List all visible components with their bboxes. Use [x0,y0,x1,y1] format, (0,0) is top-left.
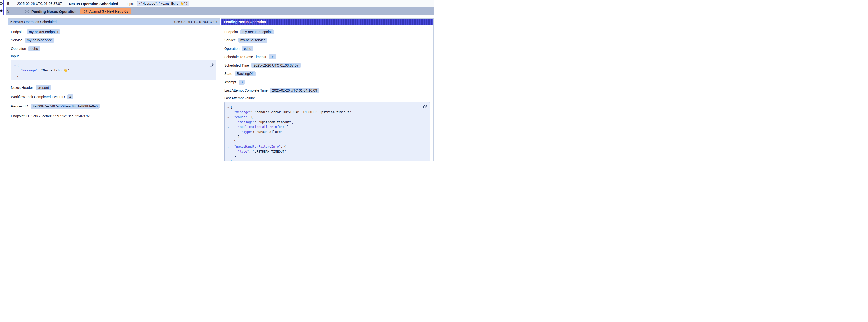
collapse-chevron-icon[interactable]: ⌄ [12,63,17,68]
event-timeline-gutter [0,0,6,17]
field-label: Service [11,38,23,42]
field-endpoint-id: Endpoint ID 3c0c75ccfa8144b092c13ce63246… [11,114,216,119]
field-label: Scheduled Time [224,63,249,67]
retry-refresh-icon [83,10,87,13]
pending-event-id-link[interactable]: 5 [7,9,10,13]
pending-operation-panel: Pending Nexus Operation Endpoint my-nexu… [221,19,434,161]
copy-icon[interactable] [423,104,427,109]
retry-badge-text: Attempt 3 • Next Retry 0s [89,9,128,13]
copy-icon[interactable] [210,62,214,67]
endpoint-value-badge: my-nexus-endpoint [240,29,274,34]
field-label: Workflow Task Completed Event ID [11,95,65,99]
event-rows: 5 2025-02-26 UTC 01:03:37.07 Nexus Opera… [6,0,434,15]
field-scheduled-time: Scheduled Time 2025-02-26 UTC 01:03:37.0… [224,63,430,68]
attempt-value-badge: 3 [239,79,245,85]
retry-attempt-badge: Attempt 3 • Next Retry 0s [81,8,131,14]
field-label: Operation [11,46,26,51]
field-label: Request ID [11,104,28,108]
field-operation: Operation echo [224,46,430,51]
field-service: Service my-hello-service [11,37,216,43]
schedule-to-close-value-badge: 0s [269,55,276,59]
scheduled-panel-body: Endpoint my-nexus-endpoint Service my-he… [8,25,220,119]
field-label: Nexus Header [11,86,33,90]
service-value-badge: my-hello-service [238,38,268,43]
field-endpoint: Endpoint my-nexus-endpoint [11,29,216,34]
json-line: "type": "NexusFailure" [226,129,420,134]
field-request-id: Request ID 3e829b7e-7d67-4b08-aad3-b1e86… [11,103,216,109]
pending-panel-header: Pending Nexus Operation [221,19,433,25]
json-line: } [226,159,420,161]
input-section-label: Input [11,54,216,58]
event-row-pending-nexus-operation[interactable]: 5 Pending Nexus Operation Attempt 3 • Ne… [6,7,434,15]
json-line: "message": "handler error (UPSTREAM_TIME… [226,110,420,115]
last-attempt-failure-label: Last Attempt Failure [224,96,430,100]
pending-event-title: Pending Nexus Operation [31,9,76,13]
field-label: Last Attempt Complete Time [224,89,268,93]
scheduled-panel-timestamp: 2025-02-26 UTC 01:03:37.07 [173,20,217,24]
json-line: "Message": "Nexus Echo 👋" [12,68,206,73]
timeline-pending-dot-icon [0,9,3,12]
field-label: Service [224,38,236,42]
json-line: }, [226,139,420,144]
json-line: ⌄ { [12,63,206,68]
endpoint-id-link[interactable]: 3c0c75ccfa8144b092c13ce632463761 [31,114,91,118]
collapse-chevron-icon[interactable]: ⌄ [226,115,230,120]
input-json-viewer: ⌄ { "Message": "Nexus Echo 👋" } [11,60,216,80]
json-line: ⌄ "cause": { [226,115,420,120]
event-input-label: Input [127,2,134,6]
json-line: "type": "UPSTREAM_TIMEOUT" [226,149,420,154]
field-state: State BackingOff [224,71,430,76]
json-line: ⌄ "nexusHandlerFailureInfo": { [226,144,420,149]
wtc-event-id-value-badge: 4 [67,94,73,99]
field-schedule-to-close-timeout: Schedule To Close Timeout 0s [224,54,430,59]
pending-panel-title: Pending Nexus Operation [224,20,266,24]
failure-json-viewer: ⌄ { "message": "handler error (UPSTREAM_… [224,102,430,161]
service-value-badge: my-hello-service [25,38,54,43]
event-title: Nexus Operation Scheduled [69,2,118,6]
field-label: Attempt [224,80,236,84]
collapse-chevron-icon[interactable]: ⌄ [226,105,230,110]
field-service: Service my-hello-service [224,37,430,43]
scheduled-event-panel: 5 Nexus Operation Scheduled 2025-02-26 U… [8,19,220,161]
field-label: Schedule To Close Timeout [224,55,266,59]
last-attempt-complete-value-badge: 2025-02-26 UTC 01:04:10.09 [270,88,319,93]
timeline-event-circle-icon [0,2,3,5]
field-attempt: Attempt 3 [224,79,430,85]
field-label: Endpoint ID [11,114,29,118]
event-row-nexus-operation-scheduled[interactable]: 5 2025-02-26 UTC 01:03:37.07 Nexus Opera… [6,0,434,7]
field-label: Endpoint [11,30,24,34]
field-label: Endpoint [224,30,238,34]
json-line: } [226,154,420,159]
endpoint-value-badge: my-nexus-endpoint [27,29,60,34]
json-line: "message": "upstream timeout", [226,120,420,125]
asterisk-pending-icon [25,9,29,13]
operation-value-badge: echo [28,46,40,51]
scheduled-panel-header: 5 Nexus Operation Scheduled 2025-02-26 U… [8,19,220,25]
detail-panels: 5 Nexus Operation Scheduled 2025-02-26 U… [8,19,434,161]
json-line: ⌄ "applicationFailureInfo": { [226,125,420,129]
json-line: ⌄ { [226,105,420,110]
scheduled-time-value-badge: 2025-02-26 UTC 01:03:37.07 [251,63,300,68]
event-timestamp: 2025-02-26 UTC 01:03:37.07 [17,2,62,6]
field-label: Operation [224,46,239,51]
scheduled-panel-title: 5 Nexus Operation Scheduled [10,20,57,24]
field-operation: Operation echo [11,46,216,51]
timeline-active-bar [3,0,4,15]
event-history-view: 5 2025-02-26 UTC 01:03:37.07 Nexus Opera… [0,0,434,161]
collapse-chevron-icon[interactable]: ⌄ [226,125,230,129]
collapse-chevron-icon[interactable]: ⌄ [226,144,230,149]
operation-value-badge: echo [242,46,253,51]
field-workflow-task-completed-event-id: Workflow Task Completed Event ID 4 [11,94,216,99]
json-line: } [12,73,206,78]
field-nexus-header: Nexus Header present [11,85,216,90]
field-endpoint: Endpoint my-nexus-endpoint [224,29,430,34]
nexus-header-value-badge: present [35,85,51,90]
pending-panel-body: Endpoint my-nexus-endpoint Service my-he… [221,25,433,161]
event-input-value-chip[interactable]: {"Message":"Nexus Echo 👋"} [137,1,189,6]
event-id-link[interactable]: 5 [7,2,10,6]
json-line: } [226,134,420,139]
request-id-value-badge: 3e829b7e-7d67-4b08-aad3-b1e868bfe9e0 [31,104,100,109]
field-label: State [224,72,232,76]
state-value-badge: BackingOff [235,71,256,76]
field-last-attempt-complete-time: Last Attempt Complete Time 2025-02-26 UT… [224,88,430,93]
